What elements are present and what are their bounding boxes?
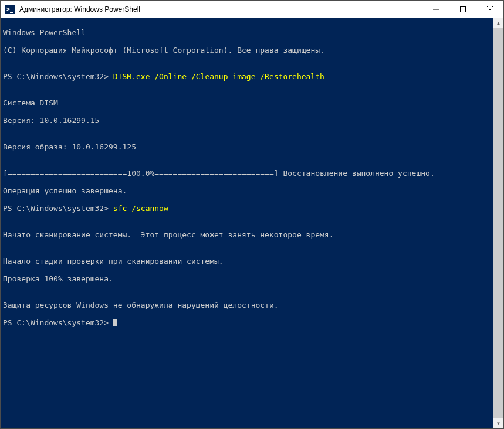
terminal-line: [==========================100.0%=======… <box>3 169 501 178</box>
terminal-line: Защита ресурсов Windows не обнаружила на… <box>3 301 501 309</box>
terminal-line: Windows PowerShell <box>3 28 501 37</box>
terminal-line: Начато сканирование системы. Этот процес… <box>3 230 501 239</box>
terminal-line: PS C:\Windows\system32> <box>3 318 501 327</box>
terminal-line: Операция успешно завершена. <box>3 186 501 195</box>
terminal-line: PS C:\Windows\system32> DISM.exe /Online… <box>3 72 501 81</box>
terminal-area[interactable]: Windows PowerShell (C) Корпорация Майкро… <box>1 18 503 428</box>
window-controls <box>422 1 503 18</box>
prompt-text: PS C:\Windows\system32> <box>3 204 113 213</box>
command-text: sfc /scannow <box>113 204 168 213</box>
terminal-line: Версия образа: 10.0.16299.125 <box>3 142 501 151</box>
scroll-down-button[interactable]: ▼ <box>493 418 503 428</box>
terminal-line: Проверка 100% завершена. <box>3 274 501 283</box>
command-text: DISM.exe /Online /Cleanup-image /Restore… <box>113 72 324 81</box>
powershell-icon: >_ <box>5 5 15 14</box>
prompt-text: PS C:\Windows\system32> <box>3 318 113 327</box>
prompt-text: PS C:\Windows\system32> <box>3 72 113 81</box>
close-button[interactable] <box>476 1 503 18</box>
scrollbar-track[interactable] <box>493 28 503 418</box>
terminal-line: Начало стадии проверки при сканировании … <box>3 257 501 265</box>
maximize-button[interactable] <box>449 1 476 18</box>
terminal-line: Система DISM <box>3 98 501 107</box>
minimize-button[interactable] <box>422 1 449 18</box>
scroll-up-button[interactable]: ▲ <box>493 18 503 28</box>
terminal-line: (C) Корпорация Майкрософт (Microsoft Cor… <box>3 46 501 55</box>
cursor <box>113 319 117 326</box>
svg-rect-1 <box>461 6 466 12</box>
terminal-line: PS C:\Windows\system32> sfc /scannow <box>3 204 501 213</box>
terminal-line: Версия: 10.0.16299.15 <box>3 116 501 125</box>
window-titlebar: >_ Администратор: Windows PowerShell <box>1 1 503 18</box>
scrollbar-thumb[interactable] <box>493 28 503 418</box>
scrollbar-vertical[interactable]: ▲ ▼ <box>493 18 503 428</box>
window-title: Администратор: Windows PowerShell <box>18 5 422 13</box>
